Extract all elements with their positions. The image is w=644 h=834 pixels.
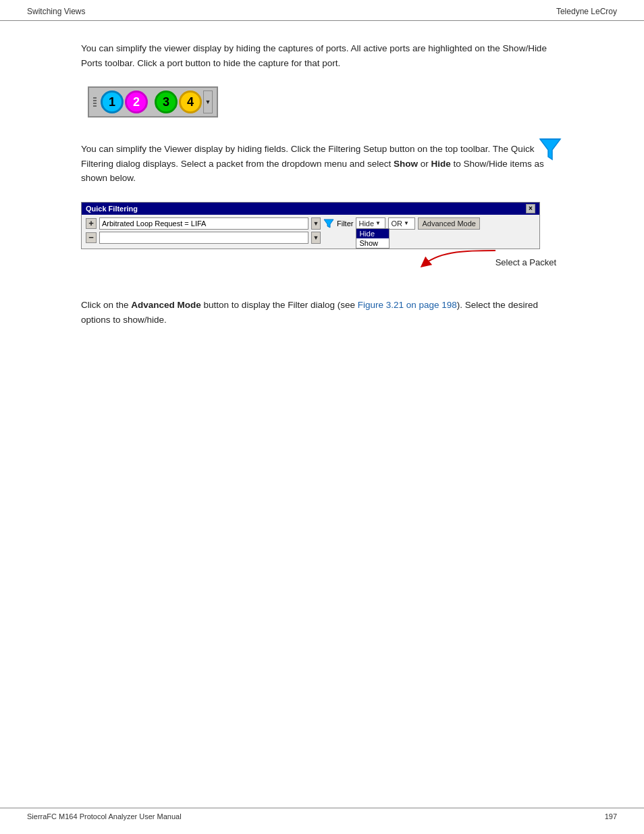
filter-funnel-icon: [537, 136, 563, 162]
footer-left: SierraFC M164 Protocol Analyzer User Man…: [27, 812, 182, 820]
page-content: You can simplify the viewer display by h…: [0, 21, 644, 347]
footer-right: 197: [605, 812, 617, 820]
qf-input-2[interactable]: [99, 232, 308, 244]
page-header: Switching Views Teledyne LeCroy: [0, 0, 644, 21]
qf-hide-option-hide[interactable]: Hide: [356, 229, 389, 238]
port-toolbar: 1 2 3 4 ▼: [88, 86, 563, 118]
para2-bold1: Show: [394, 159, 418, 169]
port-button-1[interactable]: 1: [101, 90, 124, 113]
quick-filter-dialog: Quick Filtering × + ▼ Filter: [81, 202, 540, 249]
filter-section: You can simplify the Viewer display by h…: [81, 142, 563, 284]
qf-or-arrow: ▼: [404, 220, 409, 226]
qf-title: Quick Filtering: [86, 205, 138, 213]
qf-hide-option-show[interactable]: Show: [356, 238, 389, 248]
paragraph-2: You can simplify the Viewer display by h…: [81, 142, 563, 186]
qf-close-button[interactable]: ×: [526, 204, 535, 213]
qf-or-dropdown[interactable]: OR ▼: [388, 217, 415, 230]
qf-add-button[interactable]: +: [86, 218, 97, 229]
svg-marker-0: [540, 139, 560, 159]
qf-hide-selected: Hide: [358, 219, 374, 228]
qf-input-2-dropdown[interactable]: ▼: [311, 232, 321, 244]
qf-hide-arrow: ▼: [375, 220, 381, 226]
paragraph-1: You can simplify the viewer display by h…: [81, 41, 563, 70]
qf-remove-button[interactable]: −: [86, 232, 97, 243]
qf-hide-container: Hide ▼ Hide Show: [356, 217, 385, 230]
qf-row-2: − ▼: [86, 232, 535, 244]
select-packet-label: Select a Packet: [495, 257, 556, 267]
para3-bold: Advanced Mode: [131, 300, 201, 310]
filter-icon-area: [537, 136, 563, 164]
port-dropdown-arrow[interactable]: ▼: [203, 90, 213, 113]
para3-link[interactable]: Figure 3.21 on page 198: [358, 300, 457, 310]
port-button-3[interactable]: 3: [155, 90, 178, 113]
header-right: Teledyne LeCroy: [556, 7, 617, 16]
qf-hide-options: Hide Show: [356, 228, 390, 249]
svg-marker-2: [324, 219, 333, 228]
qf-or-label: OR: [391, 219, 402, 228]
toolbar-bar: 1 2 3 4 ▼: [88, 86, 218, 118]
qf-row-1: + ▼ Filter Hide ▼ Hi: [86, 217, 535, 230]
port-button-2[interactable]: 2: [125, 90, 148, 113]
header-left: Switching Views: [27, 7, 85, 16]
para2-bold2: Hide: [431, 159, 451, 169]
qf-input-1-dropdown[interactable]: ▼: [311, 217, 321, 230]
qf-advanced-mode-button[interactable]: Advanced Mode: [418, 217, 480, 230]
qf-filter-label: Filter: [337, 219, 353, 228]
para3-mid: button to display the Filter dialog (see: [201, 300, 358, 310]
qf-titlebar: Quick Filtering ×: [82, 203, 539, 215]
qf-funnel-small-icon: [323, 218, 334, 229]
page-footer: SierraFC M164 Protocol Analyzer User Man…: [0, 808, 644, 820]
qf-advanced-mode-label: Advanced Mode: [422, 219, 476, 228]
para3-prefix: Click on the: [81, 300, 131, 310]
para2-mid: or: [418, 159, 431, 169]
port-button-4[interactable]: 4: [179, 90, 202, 113]
toolbar-grip: [93, 97, 97, 107]
paragraph-3: Click on the Advanced Mode button to dis…: [81, 298, 563, 327]
annotation-area: Select a Packet: [81, 251, 563, 284]
qf-input-1[interactable]: [99, 217, 308, 230]
